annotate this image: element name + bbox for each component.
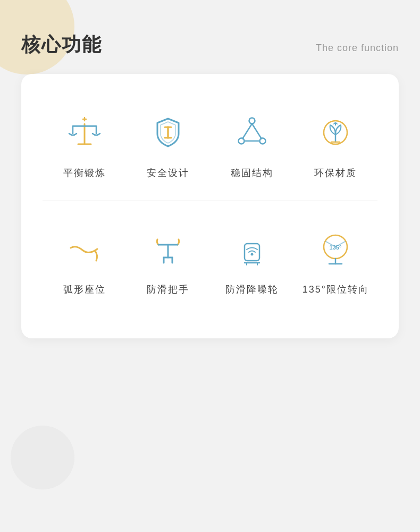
svg-point-26 — [250, 253, 253, 256]
svg-text:135°: 135° — [330, 244, 342, 251]
svg-line-14 — [252, 124, 262, 139]
feature-safety-label: 安全设计 — [147, 167, 189, 179]
seat-icon — [63, 228, 106, 270]
steer-icon: 135° — [314, 228, 357, 270]
page-container: 核心功能 The core function — [0, 0, 420, 360]
feature-balance: 平衡锻炼 — [43, 101, 127, 190]
feature-balance-label: 平衡锻炼 — [63, 167, 106, 179]
features-card: 平衡锻炼 安全设计 — [21, 74, 399, 338]
features-row-2: 弧形座位 — [43, 217, 377, 306]
feature-structure-label: 稳固结构 — [231, 167, 273, 179]
feature-eco: 环保材质 — [294, 101, 378, 190]
feature-eco-label: 环保材质 — [314, 167, 357, 179]
wheel-icon — [231, 228, 273, 270]
balance-icon — [63, 111, 106, 154]
feature-seat-label: 弧形座位 — [63, 283, 106, 296]
svg-point-12 — [259, 138, 265, 144]
eco-icon — [314, 111, 357, 154]
feature-handle-label: 防滑把手 — [147, 283, 189, 296]
svg-line-13 — [242, 124, 252, 139]
page-title-en: The core function — [316, 43, 399, 54]
feature-seat: 弧形座位 — [43, 217, 127, 306]
feature-steer: 135° 135°限位转向 — [294, 217, 378, 306]
feature-safety: 安全设计 — [127, 101, 211, 190]
structure-icon — [231, 111, 273, 154]
svg-point-11 — [238, 138, 244, 144]
page-header: 核心功能 The core function — [21, 32, 399, 58]
svg-point-10 — [249, 118, 255, 124]
features-row-1: 平衡锻炼 安全设计 — [43, 101, 377, 190]
bg-circle-bottom — [11, 426, 74, 489]
handle-icon — [147, 228, 189, 270]
page-title-cn: 核心功能 — [21, 32, 102, 58]
feature-handle: 防滑把手 — [127, 217, 211, 306]
feature-wheel-label: 防滑降噪轮 — [225, 283, 279, 296]
row-divider — [43, 201, 377, 201]
feature-structure: 稳固结构 — [210, 101, 294, 190]
feature-steer-label: 135°限位转向 — [303, 283, 369, 296]
safety-icon — [147, 111, 189, 154]
feature-wheel: 防滑降噪轮 — [210, 217, 294, 306]
svg-rect-25 — [245, 244, 259, 261]
